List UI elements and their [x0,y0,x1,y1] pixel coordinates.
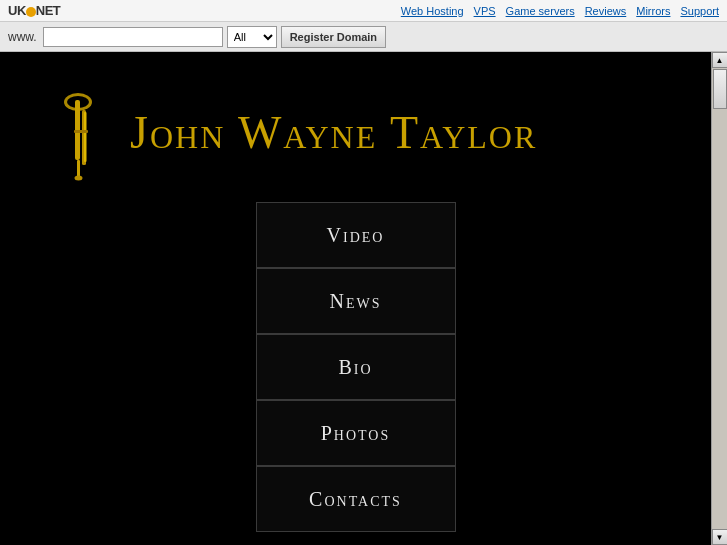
nav-label-photos: Photos [321,422,391,445]
address-bar: www. All .com .net .org Register Domain [0,22,727,52]
logo-circle [26,7,36,17]
nav-label-news: News [330,290,382,313]
nav-item-bio[interactable]: Bio [256,334,456,400]
support-link[interactable]: Support [680,5,719,17]
svg-rect-5 [74,130,88,133]
svg-rect-6 [77,160,80,178]
www-label: www. [8,30,37,44]
nav-item-photos[interactable]: Photos [256,400,456,466]
logo-area: UKNET [8,3,60,18]
site-header: John Wayne Taylor [0,52,711,202]
scroll-thumb[interactable] [713,69,727,109]
top-bar: UKNET Web Hosting VPS Game servers Revie… [0,0,727,22]
scrollbar: ▲ ▼ [711,52,727,545]
vps-link[interactable]: VPS [474,5,496,17]
game-servers-link[interactable]: Game servers [506,5,575,17]
dropdown-select[interactable]: All .com .net .org [227,26,277,48]
reviews-link[interactable]: Reviews [585,5,627,17]
mirrors-link[interactable]: Mirrors [636,5,670,17]
site-title: John Wayne Taylor [130,106,537,159]
logo-text: UKNET [8,3,60,18]
top-nav: Web Hosting VPS Game servers Reviews Mir… [401,5,719,17]
browser-content: John Wayne Taylor Video News Bio Photos … [0,52,727,545]
register-domain-button[interactable]: Register Domain [281,26,386,48]
trombone-icon [60,82,120,182]
svg-point-7 [75,176,83,181]
web-hosting-link[interactable]: Web Hosting [401,5,464,17]
nav-menu: Video News Bio Photos Contacts [256,202,456,532]
nav-label-video: Video [327,224,385,247]
nav-label-bio: Bio [338,356,372,379]
url-input[interactable] [43,27,223,47]
scroll-down-button[interactable]: ▼ [712,529,728,545]
main-content: John Wayne Taylor Video News Bio Photos … [0,52,711,545]
scroll-up-button[interactable]: ▲ [712,52,728,68]
title-first-letter: J [130,107,150,158]
nav-item-contacts[interactable]: Contacts [256,466,456,532]
nav-item-video[interactable]: Video [256,202,456,268]
nav-label-contacts: Contacts [309,488,402,511]
scroll-track[interactable] [712,68,728,529]
svg-rect-4 [84,112,87,162]
nav-item-news[interactable]: News [256,268,456,334]
